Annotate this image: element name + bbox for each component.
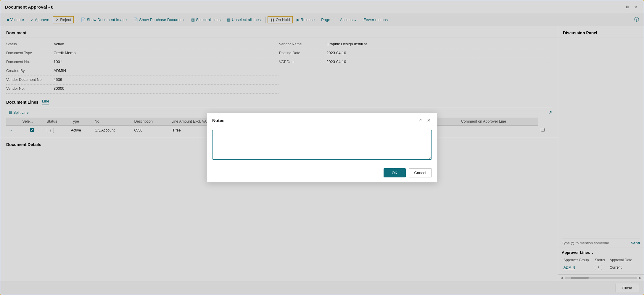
- modal-title: Notes: [212, 118, 225, 123]
- modal-body: [207, 126, 437, 165]
- modal-controls: ↗ ✕: [417, 117, 432, 124]
- modal-expand-button[interactable]: ↗: [417, 117, 423, 124]
- notes-textarea[interactable]: [212, 130, 432, 160]
- modal-close-button[interactable]: ✕: [426, 117, 432, 124]
- modal-header: Notes ↗ ✕: [207, 113, 437, 126]
- modal-overlay: Notes ↗ ✕ OK Cancel: [0, 0, 644, 295]
- ok-button[interactable]: OK: [384, 168, 406, 177]
- cancel-button[interactable]: Cancel: [409, 168, 432, 177]
- modal-footer: OK Cancel: [207, 165, 437, 182]
- main-window: Document Approval - 8 ⧉ ✕ ■ Validate ✓ A…: [0, 0, 644, 295]
- notes-modal: Notes ↗ ✕ OK Cancel: [207, 113, 437, 182]
